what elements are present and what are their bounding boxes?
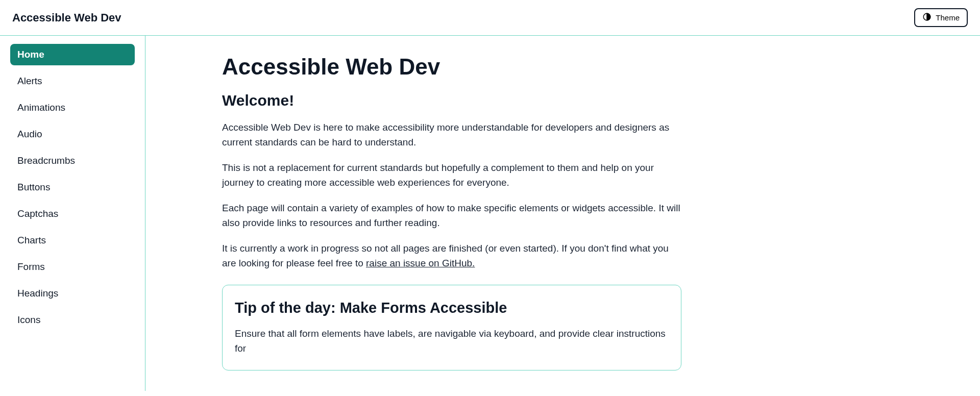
intro-paragraph-2: This is not a replacement for current st… [222,161,681,190]
github-issue-link[interactable]: raise an issue on GitHub. [366,258,475,268]
sidebar-item-headings[interactable]: Headings [10,283,135,304]
welcome-heading: Welcome! [222,92,681,109]
theme-toggle-button[interactable]: Theme [914,8,968,27]
layout: Home Alerts Animations Audio Breadcrumbs… [0,36,980,391]
sidebar-item-icons[interactable]: Icons [10,309,135,331]
tip-title: Tip of the day: Make Forms Accessible [235,300,669,316]
sidebar-item-captchas[interactable]: Captchas [10,203,135,225]
contrast-icon [922,12,932,23]
intro-paragraph-4: It is currently a work in progress so no… [222,241,681,270]
theme-label: Theme [936,13,960,22]
sidebar-item-animations[interactable]: Animations [10,97,135,118]
sidebar-item-forms[interactable]: Forms [10,256,135,278]
sidebar-item-alerts[interactable]: Alerts [10,70,135,92]
intro-paragraph-3: Each page will contain a variety of exam… [222,201,681,230]
sidebar-item-home[interactable]: Home [10,44,135,65]
sidebar-item-audio[interactable]: Audio [10,123,135,145]
sidebar-nav: Home Alerts Animations Audio Breadcrumbs… [0,36,145,391]
page-title: Accessible Web Dev [222,54,681,80]
sidebar-item-buttons[interactable]: Buttons [10,177,135,198]
tip-of-the-day-box: Tip of the day: Make Forms Accessible En… [222,285,681,370]
intro-paragraph-1: Accessible Web Dev is here to make acces… [222,120,681,150]
sidebar-item-breadcrumbs[interactable]: Breadcrumbs [10,150,135,171]
main-content: Accessible Web Dev Welcome! Accessible W… [145,36,758,391]
sidebar-item-charts[interactable]: Charts [10,230,135,251]
nav-list: Home Alerts Animations Audio Breadcrumbs… [10,44,135,331]
site-logo[interactable]: Accessible Web Dev [12,11,121,24]
tip-text: Ensure that all form elements have label… [235,327,669,356]
header: Accessible Web Dev Theme [0,0,980,36]
